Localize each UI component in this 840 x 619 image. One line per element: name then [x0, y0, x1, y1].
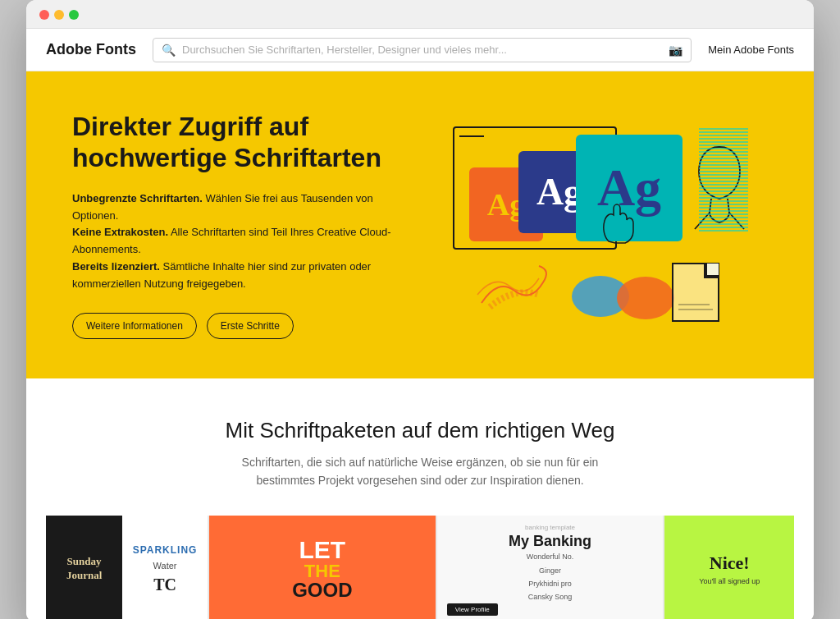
hero-content: Direkter Zugriff auf hochwertige Schrift…	[72, 111, 417, 339]
feature-3: Bereits lizenziert. Sämtliche Inhalte hi…	[72, 259, 417, 293]
package-card-2[interactable]: LET THE GOOD	[209, 516, 436, 619]
traffic-light-fullscreen[interactable]	[69, 10, 79, 20]
ball-orange-decoration	[617, 277, 674, 319]
package-card-4[interactable]: Nice! You'll all signed up	[664, 516, 794, 619]
more-info-button[interactable]: Weitere Informationen	[72, 313, 197, 339]
camera-icon[interactable]: 📷	[669, 44, 682, 57]
swirl-decoration	[473, 262, 555, 311]
packages-title: Mit Schriftpaketen auf dem richtigen Weg	[46, 418, 794, 443]
document-illustration	[672, 263, 719, 322]
pkg4-content: Nice! You'll all signed up	[691, 544, 768, 594]
pkg3-font-4: Cansky Song	[447, 590, 654, 603]
traffic-light-close[interactable]	[39, 10, 49, 20]
browser-chrome	[26, 0, 814, 29]
navbar: Adobe Fonts 🔍 Durchsuchen Sie Schriftart…	[26, 29, 814, 71]
hero-visual: Ag Ag Ag	[417, 118, 768, 332]
hero-illustration: Ag Ag Ag	[428, 126, 756, 323]
package-card-3[interactable]: banking template My Banking Wonderful No…	[437, 516, 664, 619]
feature-1-bold: Unbegrenzte Schriftarten.	[72, 192, 203, 204]
hero-buttons: Weitere Informationen Erste Schritte	[72, 313, 417, 339]
pkg3-fonts-list: Wonderful No. Ginger Prykhidni pro Cansk…	[447, 550, 654, 603]
search-bar[interactable]: 🔍 Durchsuchen Sie Schriftarten, Herstell…	[153, 38, 692, 62]
search-placeholder: Durchsuchen Sie Schriftarten, Hersteller…	[182, 44, 662, 56]
traffic-lights	[39, 10, 79, 20]
get-started-button[interactable]: Erste Schritte	[207, 313, 294, 339]
feature-3-bold: Bereits lizenziert.	[72, 260, 160, 273]
hero-features: Unbegrenzte Schriftarten. Wählen Sie fre…	[72, 190, 417, 293]
pkg1-title-text: SundayJournal	[66, 555, 102, 583]
traffic-light-minimize[interactable]	[54, 10, 64, 20]
pkg3-cta-button[interactable]: View Profile	[447, 603, 498, 616]
feature-2-bold: Keine Extrakosten.	[72, 226, 168, 238]
pkg2-content: LET THE GOOD	[209, 516, 436, 619]
pkg3-font-3: Prykhidni pro	[447, 577, 654, 590]
package-card-1[interactable]: SundayJournal SPARKLING Water TC	[46, 516, 208, 619]
pkg2-text: LET THE GOOD	[292, 538, 352, 600]
hero-title: Direkter Zugriff auf hochwertige Schrift…	[72, 111, 417, 174]
pkg3-content: banking template My Banking Wonderful No…	[437, 516, 664, 619]
teal-strokes-decoration	[699, 126, 748, 233]
pkg1-tc-text: TC	[153, 575, 176, 594]
pkg3-font-2: Ginger	[447, 564, 654, 577]
pkg3-header-text: banking template	[447, 524, 654, 531]
pkg3-title-text: My Banking	[447, 533, 654, 550]
pkg2-good: GOOD	[292, 580, 352, 600]
card-teal-ag: Ag	[576, 135, 682, 241]
packages-grid: SundayJournal SPARKLING Water TC LET THE…	[46, 516, 794, 619]
packages-section: Mit Schriftpaketen auf dem richtigen Weg…	[26, 378, 814, 619]
pkg2-the: THE	[292, 562, 352, 580]
packages-subtitle: Schriftarten, die sich auf natürliche We…	[46, 453, 794, 490]
brand-logo[interactable]: Adobe Fonts	[46, 41, 136, 58]
pkg4-sub-text: You'll all signed up	[699, 577, 760, 585]
pkg1-left: SundayJournal	[46, 516, 122, 619]
feature-1: Unbegrenzte Schriftarten. Wählen Sie fre…	[72, 190, 417, 225]
pkg1-sparkling-text: SPARKLING	[133, 544, 198, 556]
pkg1-right: SPARKLING Water TC	[122, 516, 208, 619]
pkg1-water-text: Water	[153, 561, 177, 571]
hero-section: Direkter Zugriff auf hochwertige Schrift…	[26, 71, 814, 378]
pkg4-nice-text: Nice!	[699, 553, 760, 574]
browser-window: Adobe Fonts 🔍 Durchsuchen Sie Schriftart…	[26, 0, 814, 619]
hand-icon	[592, 200, 641, 250]
pkg2-let: LET	[292, 538, 352, 562]
search-icon: 🔍	[162, 44, 176, 57]
pkg3-font-1: Wonderful No.	[447, 550, 654, 563]
my-adobe-fonts-link[interactable]: Mein Adobe Fonts	[708, 44, 794, 56]
pkg3-header: banking template My Banking	[447, 524, 654, 550]
feature-2: Keine Extrakosten. Alle Schriftarten sin…	[72, 224, 417, 259]
